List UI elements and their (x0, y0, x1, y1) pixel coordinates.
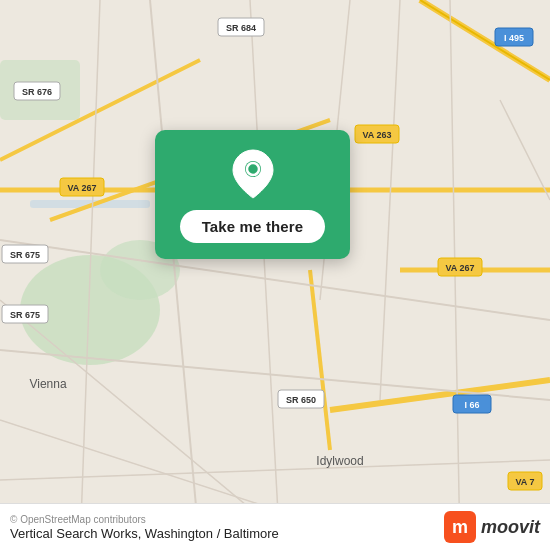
popup-card: Take me there (155, 130, 350, 259)
moovit-icon: m (444, 511, 476, 543)
map-background: SR 676 VA 267 SR 675 SR 675 SR 684 VA 26… (0, 0, 550, 550)
svg-text:SR 684: SR 684 (226, 23, 256, 33)
svg-text:VA 7: VA 7 (515, 477, 534, 487)
svg-text:m: m (452, 517, 468, 537)
moovit-logo: m moovit (444, 511, 540, 543)
svg-text:SR 676: SR 676 (22, 87, 52, 97)
map-container: SR 676 VA 267 SR 675 SR 675 SR 684 VA 26… (0, 0, 550, 550)
pin-icon (227, 148, 279, 200)
location-label: Vertical Search Works, Washington / Balt… (10, 526, 279, 541)
svg-text:VA 263: VA 263 (362, 130, 391, 140)
svg-text:SR 650: SR 650 (286, 395, 316, 405)
svg-text:SR 675: SR 675 (10, 310, 40, 320)
svg-text:I 66: I 66 (464, 400, 479, 410)
svg-text:Vienna: Vienna (29, 377, 66, 391)
svg-text:VA 267: VA 267 (445, 263, 474, 273)
svg-text:I 495: I 495 (504, 33, 524, 43)
attribution-text: © OpenStreetMap contributors (10, 514, 279, 525)
svg-text:SR 675: SR 675 (10, 250, 40, 260)
bottom-bar: © OpenStreetMap contributors Vertical Se… (0, 503, 550, 550)
svg-text:Idylwood: Idylwood (316, 454, 363, 468)
svg-text:VA 267: VA 267 (67, 183, 96, 193)
moovit-brand-text: moovit (481, 517, 540, 538)
take-me-there-button[interactable]: Take me there (180, 210, 326, 243)
bottom-left: © OpenStreetMap contributors Vertical Se… (10, 514, 279, 541)
